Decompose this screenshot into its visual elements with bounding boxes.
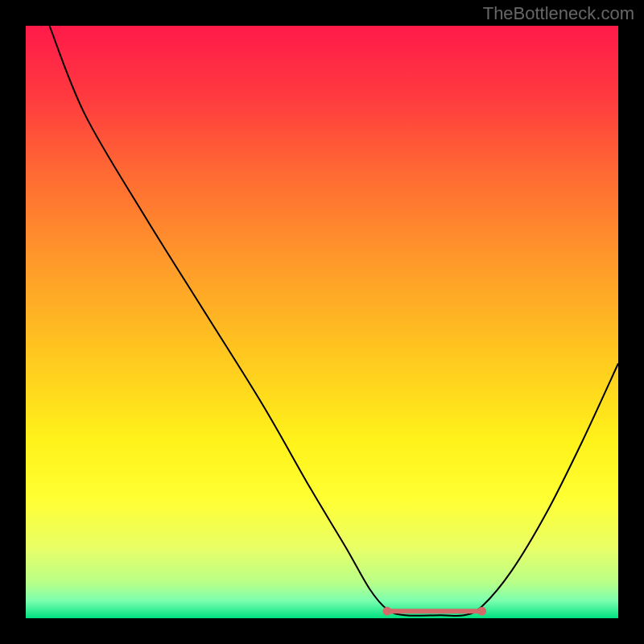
svg-point-1: [383, 607, 392, 616]
chart-plot-area: [26, 26, 618, 618]
svg-point-2: [477, 607, 486, 616]
attribution-label: TheBottleneck.com: [483, 3, 634, 24]
chart-background: [26, 26, 618, 618]
bottleneck-chart: [26, 26, 618, 618]
